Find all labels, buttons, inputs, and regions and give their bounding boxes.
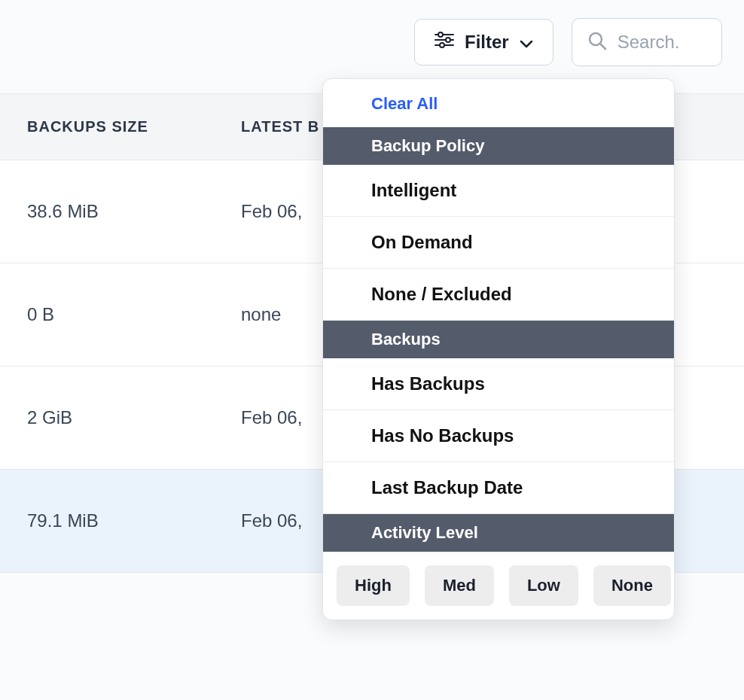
column-header-backups-size[interactable]: BACKUPS SIZE (27, 118, 241, 135)
sliders-icon (435, 32, 454, 53)
filter-section-header-activity-level: Activity Level (323, 514, 674, 552)
svg-line-7 (600, 44, 605, 49)
svg-point-5 (440, 43, 444, 47)
filter-dropdown: Clear All Backup Policy Intelligent On D… (322, 78, 675, 620)
svg-point-1 (438, 32, 443, 37)
toolbar: Filter (414, 0, 744, 84)
filter-option-last-backup-date[interactable]: Last Backup Date (323, 462, 674, 514)
filter-option-none-excluded[interactable]: None / Excluded (323, 269, 674, 321)
chevron-down-icon (520, 32, 533, 53)
cell-backups-size: 0 B (27, 304, 241, 325)
activity-chip-high[interactable]: High (337, 565, 410, 606)
search-box[interactable] (572, 18, 722, 66)
cell-backups-size: 79.1 MiB (27, 510, 241, 531)
search-input[interactable] (617, 32, 708, 53)
cell-backups-size: 2 GiB (27, 407, 241, 428)
activity-chip-none[interactable]: None (593, 565, 671, 606)
cell-backups-size: 38.6 MiB (27, 201, 241, 222)
svg-point-3 (446, 38, 450, 42)
filter-label: Filter (465, 32, 509, 53)
filter-option-intelligent[interactable]: Intelligent (323, 165, 674, 217)
filter-option-on-demand[interactable]: On Demand (323, 217, 674, 269)
activity-chip-row: High Med Low None (323, 552, 674, 606)
clear-all-button[interactable]: Clear All (323, 79, 674, 127)
table: BACKUPS SIZE LATEST B P 38.6 MiB Feb 06,… (0, 93, 744, 573)
filter-option-has-no-backups[interactable]: Has No Backups (323, 410, 674, 462)
filter-button[interactable]: Filter (414, 19, 553, 65)
filter-section-header-backup-policy: Backup Policy (323, 127, 674, 165)
filter-section-header-backups: Backups (323, 321, 674, 358)
activity-chip-med[interactable]: Med (425, 565, 494, 606)
activity-chip-low[interactable]: Low (509, 565, 578, 606)
search-icon (587, 31, 607, 53)
filter-option-has-backups[interactable]: Has Backups (323, 358, 674, 410)
